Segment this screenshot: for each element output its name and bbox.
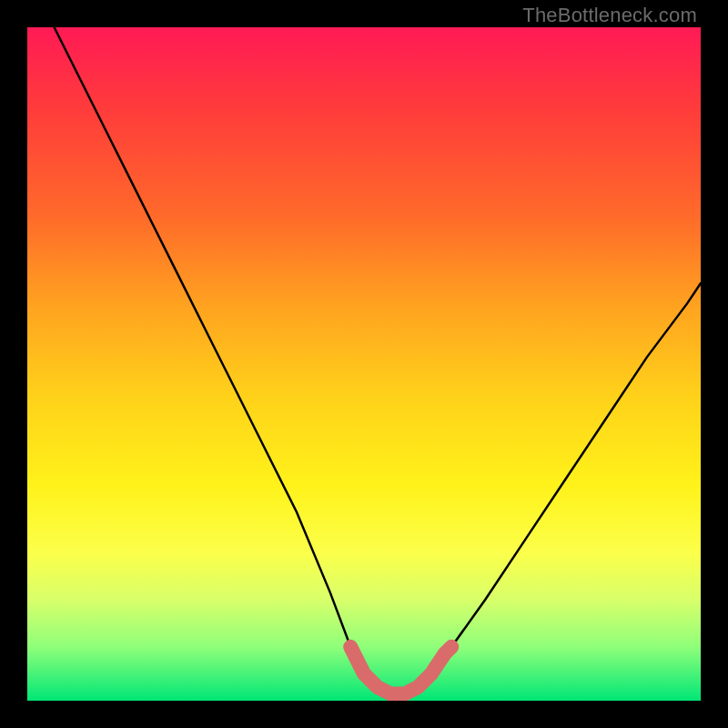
chart-overlay (27, 27, 701, 701)
chart-frame: TheBottleneck.com (0, 0, 728, 728)
optimal-zone-curve (350, 647, 451, 694)
bottleneck-curve (55, 27, 701, 694)
watermark-text: TheBottleneck.com (522, 4, 697, 27)
